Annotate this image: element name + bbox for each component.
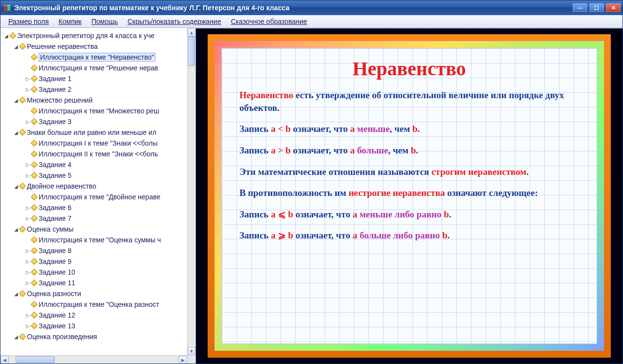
tree-node[interactable]: ◢Знаки больше или равно или меньше ил xyxy=(1,127,194,138)
diamond-icon xyxy=(31,64,38,71)
tree-node-label: Задание 10 xyxy=(39,268,75,276)
chevron-closed-icon[interactable]: ▷ xyxy=(25,119,31,125)
chevron-closed-icon[interactable]: ▷ xyxy=(25,87,31,92)
tree-node-label: Задание 5 xyxy=(39,171,71,179)
scroll-h-thumb[interactable] xyxy=(16,356,55,363)
maximize-button[interactable]: ☐ xyxy=(589,3,604,12)
chevron-closed-icon[interactable]: ▷ xyxy=(25,259,31,264)
tree-node[interactable]: ◢Оценка разности xyxy=(1,288,194,299)
tree-node[interactable]: ▷Задание 12 xyxy=(1,310,194,321)
menu-field-size[interactable]: Размер поля xyxy=(3,17,54,26)
close-button[interactable]: ✕ xyxy=(606,3,621,12)
tree-node-label: Иллюстрация к теме "Решение нерав xyxy=(39,64,158,72)
tree-node[interactable]: Иллюстрация II к теме "Знаки <<боль xyxy=(1,149,194,159)
tree-node[interactable]: ▷Задание 7 xyxy=(1,213,194,224)
tree-node[interactable]: ▷Задание 8 xyxy=(1,245,194,256)
tree-node[interactable]: Иллюстрация I к теме "Знаки <<болы xyxy=(1,138,194,149)
chevron-closed-icon[interactable]: ▷ xyxy=(25,270,31,275)
scroll-h-track[interactable] xyxy=(9,356,179,364)
tree-node[interactable]: ◢Двойное неравенство xyxy=(1,181,194,192)
diamond-icon xyxy=(31,258,38,265)
chevron-open-icon[interactable]: ◢ xyxy=(13,184,19,189)
tree-node[interactable]: ◢Оценка суммы xyxy=(1,224,194,235)
scroll-v-track[interactable] xyxy=(188,37,195,347)
chevron-closed-icon[interactable]: ▷ xyxy=(25,162,31,168)
diamond-icon xyxy=(31,86,38,93)
diamond-icon xyxy=(31,75,38,82)
diamond-icon xyxy=(31,236,38,243)
tree-node[interactable]: Иллюстрация к теме "Оценка разност xyxy=(1,299,194,310)
chevron-closed-icon[interactable]: ▷ xyxy=(25,76,31,82)
chevron-closed-icon[interactable]: ▷ xyxy=(25,248,31,254)
slide-title: Неравенство xyxy=(239,57,579,80)
menu-toggle-toc[interactable]: Скрыть/показать содержание xyxy=(123,17,226,26)
scroll-left-button[interactable]: ◀ xyxy=(0,356,9,364)
chevron-open-icon[interactable]: ◢ xyxy=(13,334,19,340)
diamond-icon xyxy=(19,43,26,50)
tree-node[interactable]: ▷Задание 10 xyxy=(1,267,194,278)
tree-node[interactable]: Иллюстрация к теме "Двойное нераве xyxy=(1,192,194,202)
scroll-v-thumb[interactable] xyxy=(188,37,195,66)
scroll-right-button[interactable]: ▶ xyxy=(179,356,187,364)
tree-node-label: Задание 9 xyxy=(39,257,71,265)
tree-node-label: Задание 8 xyxy=(39,247,71,255)
tree-node[interactable]: ▷Задание 2 xyxy=(1,84,194,95)
tree-node[interactable]: Иллюстрация к теме "Оценка суммы ч xyxy=(1,235,194,245)
tree-node[interactable]: Иллюстрация к теме "Множество реш xyxy=(1,106,194,116)
titlebar[interactable]: Электронный репетитор по математике к уч… xyxy=(0,0,623,15)
diamond-icon xyxy=(19,129,26,136)
minimize-button[interactable]: — xyxy=(573,3,587,12)
tree-node[interactable]: ◢Решение неравенства xyxy=(1,41,194,52)
tree-node[interactable]: ▷Задание 9 xyxy=(1,256,194,267)
app-body: ◢Электронный репетитор для 4 класса к уч… xyxy=(0,28,623,364)
chevron-open-icon[interactable]: ◢ xyxy=(13,130,19,135)
chevron-open-icon[interactable]: ◢ xyxy=(3,33,9,39)
tree-node[interactable]: ▷Задание 13 xyxy=(1,321,194,331)
sidebar: ◢Электронный репетитор для 4 класса к уч… xyxy=(0,28,196,364)
menu-kompik[interactable]: Компик xyxy=(54,17,86,26)
diamond-icon xyxy=(31,161,38,168)
chevron-closed-icon[interactable]: ▷ xyxy=(25,280,31,286)
tree-node[interactable]: ▷Задание 1 xyxy=(1,73,194,84)
slide-definition: Неравенство есть утверждение об относите… xyxy=(239,89,579,114)
tree-node-label: Задание 13 xyxy=(39,322,75,330)
chevron-open-icon[interactable]: ◢ xyxy=(13,44,19,49)
diamond-icon xyxy=(31,247,38,254)
tree-node-label: Задание 6 xyxy=(39,204,71,212)
tree-node[interactable]: ◢Оценка произведения xyxy=(1,331,194,342)
chevron-open-icon[interactable]: ◢ xyxy=(13,291,19,297)
tree-node-label: Оценка произведения xyxy=(27,333,97,341)
tree-node[interactable]: ▷Задание 4 xyxy=(1,159,194,170)
chevron-open-icon[interactable]: ◢ xyxy=(13,98,19,103)
tree-node[interactable]: ▷Задание 5 xyxy=(1,170,194,181)
chevron-open-icon[interactable]: ◢ xyxy=(13,227,19,232)
chevron-closed-icon[interactable]: ▷ xyxy=(25,205,31,211)
tree-node[interactable]: ▷Задание 6 xyxy=(1,202,194,213)
tree-node-label: Задание 1 xyxy=(39,75,71,83)
tree-node[interactable]: ◢Электронный репетитор для 4 класса к уч… xyxy=(1,30,194,41)
chevron-closed-icon[interactable]: ▷ xyxy=(25,323,31,329)
menu-help[interactable]: Помощь xyxy=(86,17,123,26)
tree-node[interactable]: ◢Множество решений xyxy=(1,95,194,106)
tree-node[interactable]: ▷Задание 3 xyxy=(1,116,194,127)
tree-node[interactable]: Иллюстрация к теме "Неравенство" xyxy=(1,52,194,63)
scroll-up-button[interactable]: ▲ xyxy=(188,28,195,37)
tree-node-label: Иллюстрация к теме "Оценка разност xyxy=(39,300,159,308)
diamond-icon xyxy=(31,269,38,276)
slide-paper: Неравенство Неравенство есть утверждение… xyxy=(221,48,597,344)
diamond-icon xyxy=(31,215,38,222)
menu-fairytale-edu[interactable]: Сказочное образование xyxy=(226,17,312,26)
tree-scrollbar-vertical[interactable]: ▲ ▼ xyxy=(187,28,195,355)
diamond-icon xyxy=(31,54,38,61)
tree-node-label: Знаки больше или равно или меньше ил xyxy=(27,128,156,136)
tree-node[interactable]: ▷Задание 11 xyxy=(1,278,194,288)
chevron-closed-icon[interactable]: ▷ xyxy=(25,173,31,178)
scroll-down-button[interactable]: ▼ xyxy=(188,347,195,355)
tree-node[interactable]: Иллюстрация к теме "Решение нерав xyxy=(1,63,194,73)
chevron-closed-icon[interactable]: ▷ xyxy=(25,313,31,318)
diamond-icon xyxy=(31,193,38,200)
slide-ge: Запись а ⩾ b означает, что a больше либо… xyxy=(239,229,579,242)
diamond-icon xyxy=(19,97,26,104)
tree-scrollbar-horizontal[interactable]: ◀ ▶ xyxy=(0,355,187,364)
chevron-closed-icon[interactable]: ▷ xyxy=(25,216,31,221)
